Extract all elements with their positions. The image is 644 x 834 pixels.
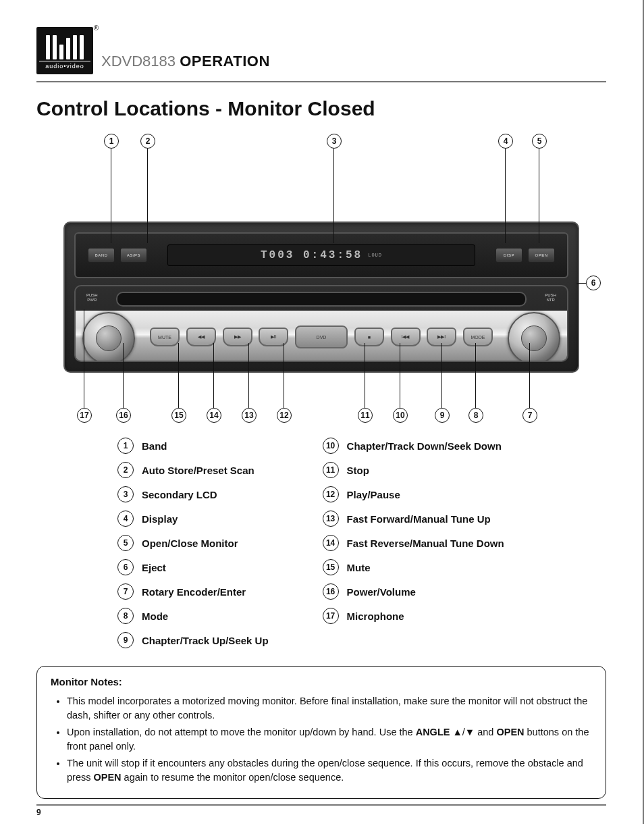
- legend-item: 13Fast Forward/Manual Tune Up: [323, 511, 504, 527]
- legend-number: 1: [117, 438, 134, 454]
- push-pwr-label: PUSHPWR: [86, 293, 98, 302]
- callout-3: 3: [327, 134, 342, 149]
- legend-label: Mode: [142, 610, 168, 622]
- push-ntr-label: PUSHNTR: [545, 293, 556, 302]
- legend-label: Power/Volume: [347, 586, 416, 598]
- callout-2: 2: [140, 134, 155, 149]
- legend-item: 11Stop: [323, 462, 504, 478]
- legend-number: 2: [117, 462, 134, 478]
- callout-9: 9: [435, 408, 450, 423]
- callout-13: 13: [242, 408, 257, 423]
- stereo-unit: BAND AS/PS T003 0:43:58 LOUD DISP OPEN P…: [63, 221, 579, 373]
- fast-reverse-button[interactable]: ◀◀: [186, 328, 216, 346]
- volume-knob[interactable]: [82, 312, 135, 362]
- track-down-button[interactable]: I◀◀: [391, 328, 421, 346]
- disc-slot[interactable]: [116, 292, 527, 307]
- legend: 1Band2Auto Store/Preset Scan3Secondary L…: [36, 438, 606, 648]
- legend-item: 17Microphone: [323, 608, 504, 624]
- legend-item: 16Power/Volume: [323, 583, 504, 600]
- legend-label: Mute: [347, 562, 371, 573]
- legend-item: 4Display: [117, 511, 269, 527]
- fast-forward-button[interactable]: ▶▶: [223, 328, 252, 346]
- legend-number: 15: [323, 559, 339, 575]
- callout-11: 11: [358, 408, 373, 423]
- header-rule: [36, 81, 606, 82]
- brand-logo: ® audio•video: [36, 27, 93, 74]
- legend-item: 1Band: [117, 438, 269, 454]
- legend-number: 7: [117, 583, 134, 600]
- asps-button[interactable]: AS/PS: [120, 248, 147, 263]
- control-diagram: 1 2 3 4 5 6 17 16 15 14 13 12 11 10 9 8: [36, 134, 606, 424]
- legend-item: 7Rotary Encoder/Enter: [117, 583, 269, 600]
- model-number: XDVD8183: [101, 53, 176, 70]
- legend-item: 15Mute: [323, 559, 504, 575]
- section-label: OPERATION: [180, 53, 270, 70]
- legend-item: 10Chapter/Track Down/Seek Down: [323, 438, 504, 454]
- legend-number: 13: [323, 511, 339, 527]
- callout-6: 6: [586, 276, 601, 290]
- brand-subtext: audio•video: [39, 61, 90, 70]
- callout-5: 5: [532, 134, 547, 149]
- legend-label: Chapter/Track Down/Seek Down: [347, 440, 502, 452]
- rotary-encoder-knob[interactable]: [508, 312, 560, 362]
- legend-number: 8: [117, 608, 134, 624]
- legend-label: Stop: [347, 465, 369, 476]
- legend-label: Auto Store/Preset Scan: [142, 465, 254, 476]
- header: ® audio•video XDVD8183 OPERATION: [36, 27, 606, 74]
- callout-10: 10: [393, 408, 408, 423]
- legend-label: Fast Forward/Manual Tune Up: [347, 513, 491, 525]
- legend-label: Microphone: [347, 610, 404, 622]
- legend-label: Open/Close Monitor: [142, 538, 238, 549]
- callout-17: 17: [77, 408, 92, 423]
- dvd-pad[interactable]: DVD: [295, 325, 348, 348]
- band-button[interactable]: BAND: [88, 248, 115, 263]
- notes-list: This model incorporates a motorized movi…: [51, 694, 592, 785]
- open-button[interactable]: OPEN: [528, 248, 555, 263]
- page-title: Control Locations - Monitor Closed: [36, 97, 606, 120]
- legend-label: Secondary LCD: [142, 489, 217, 500]
- legend-item: 14Fast Reverse/Manual Tune Down: [323, 535, 504, 551]
- legend-item: 3Secondary LCD: [117, 486, 269, 502]
- notes-title: Monitor Notes:: [51, 676, 592, 687]
- lower-panel: PUSHPWR MIC PUSHNTR MUTE ◀◀ ▶▶ ▶II DVD ■…: [74, 285, 568, 362]
- legend-label: Play/Pause: [347, 489, 400, 500]
- legend-item: 9Chapter/Track Up/Seek Up: [117, 632, 269, 648]
- legend-number: 16: [323, 583, 339, 600]
- mode-button[interactable]: MODE: [463, 328, 493, 346]
- legend-number: 6: [117, 559, 134, 575]
- callout-1: 1: [104, 134, 119, 149]
- callout-15: 15: [171, 408, 186, 423]
- legend-number: 12: [323, 486, 339, 502]
- legend-number: 14: [323, 535, 339, 551]
- legend-number: 5: [117, 535, 134, 551]
- callout-12: 12: [277, 408, 292, 423]
- model-title: XDVD8183 OPERATION: [101, 53, 270, 70]
- legend-label: Eject: [142, 562, 166, 573]
- callout-4: 4: [498, 134, 513, 149]
- callout-16: 16: [116, 408, 131, 423]
- legend-item: 8Mode: [117, 608, 269, 624]
- lcd-readout: T003 0:43:58: [261, 249, 363, 261]
- callout-8: 8: [468, 408, 483, 423]
- monitor-notes-box: Monitor Notes: This model incorporates a…: [36, 666, 606, 799]
- legend-number: 17: [323, 608, 339, 624]
- secondary-lcd: T003 0:43:58 LOUD: [167, 244, 475, 266]
- legend-item: 6Eject: [117, 559, 269, 575]
- stop-button[interactable]: ■: [354, 328, 384, 346]
- legend-item: 2Auto Store/Preset Scan: [117, 462, 269, 478]
- legend-label: Fast Reverse/Manual Tune Down: [347, 538, 504, 549]
- notes-item: Upon installation, do not attempt to mov…: [67, 725, 592, 754]
- legend-number: 9: [117, 632, 134, 648]
- notes-item: This model incorporates a motorized movi…: [67, 694, 592, 723]
- legend-number: 10: [323, 438, 339, 454]
- upper-panel: BAND AS/PS T003 0:43:58 LOUD DISP OPEN: [74, 232, 568, 278]
- legend-number: 4: [117, 511, 134, 527]
- mute-button[interactable]: MUTE: [150, 328, 180, 346]
- legend-number: 11: [323, 462, 339, 478]
- page-number: 9: [36, 804, 606, 817]
- lcd-tag: LOUD: [368, 253, 382, 258]
- legend-item: 5Open/Close Monitor: [117, 535, 269, 551]
- legend-label: Band: [142, 440, 167, 452]
- callout-14: 14: [207, 408, 221, 423]
- disp-button[interactable]: DISP: [495, 248, 522, 263]
